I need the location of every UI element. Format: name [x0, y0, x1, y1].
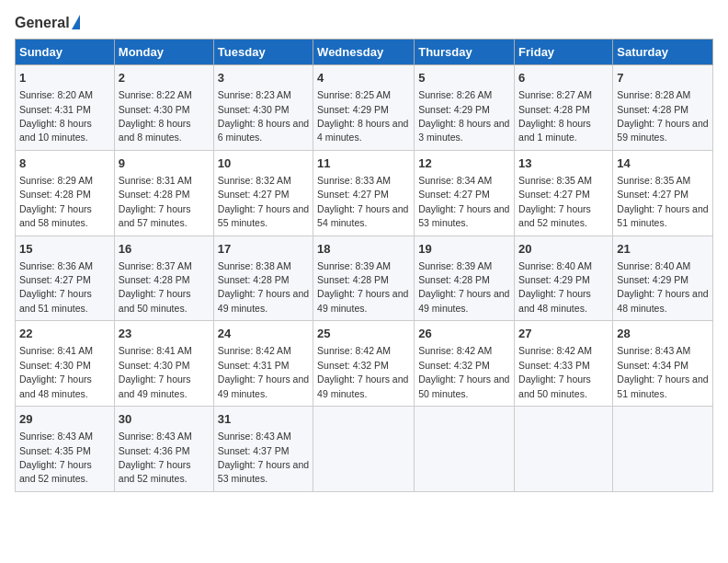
day-number: 8	[19, 155, 110, 172]
day-daylight: Daylight: 7 hours and 49 minutes.	[218, 288, 309, 313]
day-daylight: Daylight: 7 hours and 49 minutes.	[119, 373, 191, 398]
day-sunrise: Sunrise: 8:25 AM	[317, 89, 391, 100]
week-row-4: 22Sunrise: 8:41 AMSunset: 4:30 PMDayligh…	[16, 321, 713, 407]
day-sunrise: Sunrise: 8:42 AM	[418, 345, 492, 356]
day-daylight: Daylight: 7 hours and 51 minutes.	[19, 288, 92, 313]
calendar-cell	[515, 407, 613, 492]
calendar-cell: 30Sunrise: 8:43 AMSunset: 4:36 PMDayligh…	[114, 407, 213, 492]
calendar-cell: 3Sunrise: 8:23 AMSunset: 4:30 PMDaylight…	[213, 65, 313, 151]
day-number: 27	[518, 326, 609, 342]
calendar-cell: 25Sunrise: 8:42 AMSunset: 4:32 PMDayligh…	[313, 321, 415, 407]
day-header-monday: Monday	[114, 40, 213, 65]
day-daylight: Daylight: 7 hours and 49 minutes.	[317, 288, 408, 313]
calendar-cell: 11Sunrise: 8:33 AMSunset: 4:27 PMDayligh…	[313, 150, 415, 236]
day-sunrise: Sunrise: 8:43 AM	[119, 431, 192, 442]
day-daylight: Daylight: 7 hours and 59 minutes.	[617, 118, 708, 143]
calendar-cell: 31Sunrise: 8:43 AMSunset: 4:37 PMDayligh…	[213, 407, 313, 492]
day-number: 7	[617, 70, 709, 86]
day-sunrise: Sunrise: 8:35 AM	[518, 175, 592, 186]
day-daylight: Daylight: 8 hours and 4 minutes.	[317, 118, 408, 143]
day-daylight: Daylight: 7 hours and 51 minutes.	[617, 203, 708, 228]
calendar-cell: 18Sunrise: 8:39 AMSunset: 4:28 PMDayligh…	[313, 236, 415, 321]
day-number: 17	[218, 241, 309, 258]
day-daylight: Daylight: 7 hours and 48 minutes.	[518, 288, 591, 313]
day-sunset: Sunset: 4:30 PM	[119, 360, 190, 371]
day-sunset: Sunset: 4:28 PM	[218, 274, 290, 285]
calendar-cell: 28Sunrise: 8:43 AMSunset: 4:34 PMDayligh…	[613, 321, 713, 407]
day-number: 26	[418, 326, 510, 342]
day-sunset: Sunset: 4:35 PM	[19, 445, 91, 456]
day-sunrise: Sunrise: 8:27 AM	[518, 89, 592, 100]
day-sunset: Sunset: 4:27 PM	[317, 189, 389, 200]
calendar-cell: 24Sunrise: 8:42 AMSunset: 4:31 PMDayligh…	[213, 321, 313, 407]
day-sunset: Sunset: 4:30 PM	[218, 104, 290, 115]
day-sunrise: Sunrise: 8:41 AM	[119, 345, 192, 356]
day-daylight: Daylight: 8 hours and 3 minutes.	[418, 118, 509, 143]
calendar-cell: 4Sunrise: 8:25 AMSunset: 4:29 PMDaylight…	[313, 65, 415, 151]
day-sunrise: Sunrise: 8:32 AM	[218, 175, 291, 186]
calendar-cell: 17Sunrise: 8:38 AMSunset: 4:28 PMDayligh…	[213, 236, 313, 321]
day-daylight: Daylight: 7 hours and 48 minutes.	[617, 288, 708, 313]
day-number: 21	[617, 241, 709, 258]
day-number: 10	[218, 155, 309, 172]
day-sunset: Sunset: 4:34 PM	[617, 360, 688, 371]
calendar-cell: 2Sunrise: 8:22 AMSunset: 4:30 PMDaylight…	[114, 65, 213, 151]
calendar-table: SundayMondayTuesdayWednesdayThursdayFrid…	[15, 39, 713, 492]
logo-general: General	[15, 15, 70, 31]
day-daylight: Daylight: 7 hours and 52 minutes.	[518, 203, 591, 228]
calendar-cell: 27Sunrise: 8:42 AMSunset: 4:33 PMDayligh…	[515, 321, 613, 407]
calendar-cell: 14Sunrise: 8:35 AMSunset: 4:27 PMDayligh…	[613, 150, 713, 236]
day-sunrise: Sunrise: 8:22 AM	[119, 89, 192, 100]
day-sunset: Sunset: 4:36 PM	[119, 445, 190, 456]
logo: General	[15, 15, 80, 31]
day-sunset: Sunset: 4:33 PM	[518, 360, 590, 371]
day-sunrise: Sunrise: 8:39 AM	[418, 260, 492, 271]
day-daylight: Daylight: 7 hours and 51 minutes.	[617, 373, 708, 398]
day-sunrise: Sunrise: 8:20 AM	[19, 89, 93, 100]
day-daylight: Daylight: 7 hours and 53 minutes.	[418, 203, 509, 228]
day-sunset: Sunset: 4:28 PM	[317, 274, 389, 285]
day-sunrise: Sunrise: 8:42 AM	[218, 345, 291, 356]
day-daylight: Daylight: 7 hours and 53 minutes.	[218, 459, 309, 484]
day-number: 1	[19, 70, 110, 86]
day-daylight: Daylight: 7 hours and 55 minutes.	[218, 203, 309, 228]
week-row-1: 1Sunrise: 8:20 AMSunset: 4:31 PMDaylight…	[16, 65, 713, 151]
day-sunset: Sunset: 4:29 PM	[617, 274, 688, 285]
day-daylight: Daylight: 7 hours and 52 minutes.	[119, 459, 191, 484]
day-sunrise: Sunrise: 8:31 AM	[119, 175, 192, 186]
day-header-thursday: Thursday	[415, 40, 515, 65]
calendar-cell: 12Sunrise: 8:34 AMSunset: 4:27 PMDayligh…	[415, 150, 515, 236]
day-header-saturday: Saturday	[613, 40, 713, 65]
day-sunset: Sunset: 4:29 PM	[518, 274, 590, 285]
day-number: 9	[119, 155, 210, 172]
day-sunrise: Sunrise: 8:28 AM	[617, 89, 690, 100]
day-sunrise: Sunrise: 8:40 AM	[617, 260, 690, 271]
day-sunset: Sunset: 4:28 PM	[119, 274, 190, 285]
day-daylight: Daylight: 8 hours and 8 minutes.	[119, 118, 191, 143]
day-sunset: Sunset: 4:28 PM	[518, 104, 590, 115]
day-sunset: Sunset: 4:28 PM	[617, 104, 688, 115]
day-sunrise: Sunrise: 8:29 AM	[19, 175, 93, 186]
calendar-cell: 21Sunrise: 8:40 AMSunset: 4:29 PMDayligh…	[613, 236, 713, 321]
calendar-cell: 13Sunrise: 8:35 AMSunset: 4:27 PMDayligh…	[515, 150, 613, 236]
day-sunset: Sunset: 4:27 PM	[19, 274, 91, 285]
day-header-friday: Friday	[515, 40, 613, 65]
page-header: General	[15, 15, 713, 31]
week-row-5: 29Sunrise: 8:43 AMSunset: 4:35 PMDayligh…	[16, 407, 713, 492]
calendar-cell: 6Sunrise: 8:27 AMSunset: 4:28 PMDaylight…	[515, 65, 613, 151]
logo-icon	[72, 15, 80, 29]
calendar-cell	[613, 407, 713, 492]
calendar-cell: 8Sunrise: 8:29 AMSunset: 4:28 PMDaylight…	[16, 150, 115, 236]
day-number: 22	[19, 326, 110, 342]
day-number: 6	[518, 70, 609, 86]
day-sunrise: Sunrise: 8:43 AM	[617, 345, 690, 356]
calendar-cell: 29Sunrise: 8:43 AMSunset: 4:35 PMDayligh…	[16, 407, 115, 492]
day-sunrise: Sunrise: 8:41 AM	[19, 345, 93, 356]
calendar-cell	[313, 407, 415, 492]
day-sunset: Sunset: 4:30 PM	[119, 104, 190, 115]
day-number: 3	[218, 70, 309, 86]
day-number: 14	[617, 155, 709, 172]
day-sunset: Sunset: 4:32 PM	[317, 360, 389, 371]
day-number: 28	[617, 326, 709, 342]
day-sunset: Sunset: 4:27 PM	[418, 189, 490, 200]
